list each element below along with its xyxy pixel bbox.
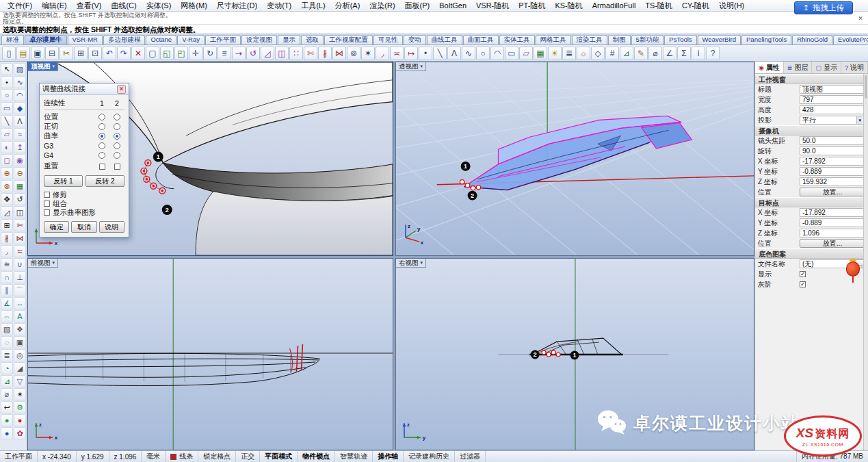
- loft-icon[interactable]: ≈: [14, 128, 26, 140]
- toolbar-tab[interactable]: 显示: [278, 35, 300, 44]
- undo-icon[interactable]: ↶: [103, 47, 116, 60]
- plugin-icon[interactable]: ✿: [14, 427, 26, 439]
- mirror-icon[interactable]: ◫: [14, 206, 26, 218]
- curve-icon[interactable]: ∿: [14, 76, 26, 88]
- toolbar-tab[interactable]: 变动: [404, 35, 426, 44]
- units-label[interactable]: 毫米: [142, 451, 166, 462]
- panel-tab[interactable]: ≣ 图层: [784, 62, 813, 73]
- toolbar-tab[interactable]: Octane: [146, 35, 176, 44]
- menu-item[interactable]: 编辑(E): [37, 1, 72, 11]
- toolbar-tab[interactable]: RhinoGold: [792, 35, 832, 44]
- move-icon[interactable]: ⇢: [232, 47, 246, 60]
- continuity-radio-2[interactable]: [114, 133, 120, 140]
- wallpaper-filename-value[interactable]: (无): [800, 259, 852, 268]
- property-value[interactable]: 1.096: [800, 229, 865, 238]
- menu-item[interactable]: 工具(L): [296, 1, 330, 11]
- dialog-checkbox-row[interactable]: 组合: [44, 199, 124, 208]
- rotate-view-icon[interactable]: ↻: [203, 47, 217, 60]
- toolbar-tab[interactable]: 设定视图: [241, 35, 277, 44]
- menu-item[interactable]: 曲线(C): [106, 1, 141, 11]
- toolbar-tab[interactable]: VSR-MR: [68, 35, 103, 44]
- viewport-tab-front[interactable]: 前视图 ▾: [28, 259, 58, 268]
- select-all-icon[interactable]: ▢: [146, 47, 159, 60]
- fillet-icon[interactable]: ◞: [376, 47, 389, 60]
- select-icon[interactable]: ↖: [1, 63, 13, 75]
- status-toggle[interactable]: 记录建构历史: [404, 451, 455, 462]
- status-toggle[interactable]: 操作轴: [373, 451, 404, 462]
- status-toggle[interactable]: 智慧轨迹: [335, 451, 373, 462]
- pyramid-icon[interactable]: ▽: [14, 375, 26, 387]
- arc-icon[interactable]: ◠: [14, 89, 26, 101]
- status-toggle[interactable]: 平面模式: [260, 451, 298, 462]
- banner-close-icon[interactable]: ✕: [856, 14, 865, 23]
- menu-item[interactable]: 实体(S): [142, 1, 176, 11]
- intersect-curves-icon[interactable]: ∩: [1, 271, 13, 283]
- continuity-radio-2[interactable]: [114, 123, 120, 130]
- mirror-icon[interactable]: ◫: [275, 47, 289, 60]
- delete-icon[interactable]: ✕: [131, 47, 145, 60]
- checkbox[interactable]: [44, 192, 50, 198]
- toolbar-tab[interactable]: 标准: [1, 35, 24, 44]
- rectangle-icon[interactable]: ▭: [1, 102, 13, 114]
- upload-button[interactable]: ↥ 拖拽上传: [794, 1, 853, 14]
- polyline-icon[interactable]: Λ: [447, 47, 461, 60]
- trim-icon[interactable]: ✄: [14, 219, 26, 231]
- continuity-radio-2[interactable]: [114, 152, 120, 159]
- fillet-icon[interactable]: ◞: [1, 245, 13, 257]
- group-icon[interactable]: ⊚: [347, 47, 360, 60]
- property-value[interactable]: -17.892: [800, 157, 865, 166]
- target-place-button[interactable]: 放置...: [800, 239, 865, 248]
- ok-button[interactable]: 确定: [44, 221, 69, 233]
- revolve-icon[interactable]: ◐: [1, 141, 13, 153]
- offset-icon[interactable]: ≍: [14, 245, 26, 257]
- polygon-icon[interactable]: ◆: [14, 102, 26, 114]
- grid-icon[interactable]: #: [605, 47, 619, 60]
- menu-item[interactable]: CY-随机: [677, 1, 714, 11]
- surface-icon[interactable]: ▱: [1, 128, 13, 140]
- object-properties-icon[interactable]: i: [692, 47, 705, 60]
- copy-icon[interactable]: ⊞: [1, 219, 13, 231]
- continuity-radio-1[interactable]: [98, 123, 105, 130]
- menu-item[interactable]: 查看(V): [72, 1, 107, 11]
- osnap-icon[interactable]: ◎: [14, 349, 26, 361]
- light-icon[interactable]: ☼: [577, 47, 590, 60]
- surface-tools-icon[interactable]: ▱: [519, 47, 533, 60]
- menu-item[interactable]: 网格(M): [176, 1, 212, 11]
- badge-1[interactable]: 1: [461, 162, 471, 171]
- toolbar-tab[interactable]: 网格工具: [536, 35, 571, 44]
- property-value[interactable]: 90.0: [800, 146, 865, 155]
- rebuild-icon[interactable]: ≋: [1, 258, 13, 270]
- arc-icon[interactable]: ◠: [490, 47, 504, 60]
- property-value[interactable]: 428: [800, 105, 865, 114]
- curvature-analysis-icon[interactable]: ◔: [1, 362, 13, 374]
- boolean-difference-icon[interactable]: ⊖: [14, 167, 26, 179]
- shear-icon[interactable]: ◢: [14, 362, 26, 374]
- box-icon[interactable]: ◻: [1, 154, 13, 166]
- checkbox[interactable]: [44, 201, 50, 207]
- dialog-checkbox-row[interactable]: 显示曲率图形: [44, 208, 124, 217]
- property-value[interactable]: -0.889: [800, 218, 865, 227]
- menu-item[interactable]: 文件(F): [3, 1, 37, 11]
- copy-icon[interactable]: ⊞: [74, 47, 88, 60]
- projection-select[interactable]: 平行 ▾: [800, 116, 865, 125]
- rotate-icon[interactable]: ↺: [246, 47, 260, 60]
- lock-icon[interactable]: ▣: [14, 336, 26, 348]
- toolbar-tab[interactable]: 可见性: [373, 35, 403, 44]
- zoom-extents-icon[interactable]: ◱: [160, 47, 174, 60]
- toolbar-tab[interactable]: 工作平面: [205, 35, 241, 44]
- toolbar-tab[interactable]: 选取: [301, 35, 324, 44]
- panel-tab[interactable]: ▢ 显示: [812, 62, 841, 73]
- reset-checkbox-1[interactable]: [99, 164, 105, 170]
- toolbar-tab[interactable]: 5新功能: [631, 35, 664, 44]
- open-file-icon[interactable]: ▤: [16, 47, 30, 60]
- script-icon[interactable]: Σ: [677, 47, 691, 60]
- toolbar-tab[interactable]: 渲染工具: [572, 35, 607, 44]
- toolbar-tab[interactable]: EvolutePro: [833, 35, 868, 44]
- toolbar-tab[interactable]: WeaverBird: [698, 35, 741, 44]
- curve-icon[interactable]: ∿: [462, 47, 475, 60]
- render-icon[interactable]: ☀: [548, 47, 562, 60]
- continuity-radio-1[interactable]: [98, 152, 105, 159]
- toolbar-tab[interactable]: 多边形建模: [103, 35, 146, 44]
- continuity-radio-1[interactable]: [98, 114, 105, 120]
- viewport-tab-perspective[interactable]: 透视图 ▾: [396, 62, 426, 71]
